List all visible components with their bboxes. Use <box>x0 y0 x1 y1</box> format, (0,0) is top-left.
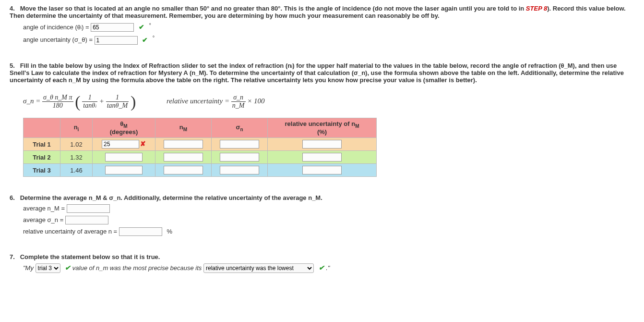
degree-unit: ° <box>153 35 155 40</box>
rel-unc-input[interactable] <box>119 227 162 236</box>
sigman-input[interactable] <box>220 166 259 174</box>
q5-text: Fill in the table below by using the Ind… <box>10 62 624 84</box>
ni-cell: 1.02 <box>60 138 93 151</box>
sigman-cell <box>212 138 268 151</box>
thetam-input[interactable] <box>102 140 139 149</box>
question-7: 7. Complete the statement below so that … <box>10 253 634 273</box>
percent-unit: % <box>167 228 172 235</box>
relunc-cell <box>268 164 377 177</box>
nm-input[interactable] <box>164 166 203 174</box>
formula-row: σ_n = σ_θ n_M π180 ( 1tanθᵢ + 1tanθ_M ) … <box>23 94 634 109</box>
quote-open: "My <box>23 264 34 272</box>
q6-number: 6. <box>10 194 18 201</box>
statement-row: "My trial 3 ✔ value of n_m was the most … <box>23 263 634 273</box>
quote-close: ." <box>326 264 330 272</box>
avg-sn-row: average σ_n = <box>23 216 634 224</box>
trial-select[interactable]: trial 3 <box>36 263 60 273</box>
ni-cell: 1.46 <box>60 164 93 177</box>
q4-text-a: Move the laser so that is located at an … <box>20 5 526 12</box>
nm-cell <box>155 164 212 177</box>
q7-prompt: 7. Complete the statement below so that … <box>10 253 634 260</box>
relunc-cell <box>268 138 377 151</box>
sigman-input[interactable] <box>220 153 259 161</box>
thetam-input[interactable] <box>105 153 143 161</box>
th-sigman: σn <box>212 118 268 138</box>
q5-prompt: 5. Fill in the table below by using the … <box>10 62 634 84</box>
ni-cell: 1.32 <box>60 151 93 164</box>
avg-nm-input[interactable] <box>67 204 110 213</box>
rel-unc-label: relative uncertainty of average n = <box>23 228 117 235</box>
thetam-input[interactable] <box>105 166 143 174</box>
question-4: 4. Move the laser so that is located at … <box>10 5 634 45</box>
rel-unc-formula: relative uncertainty = σ_nn_M × 100 <box>167 94 265 109</box>
uncertainty-row: angle uncertainty (σ_θ) = ✔ ° <box>23 35 634 44</box>
check-icon: ✔ <box>139 23 144 31</box>
table-row: Trial 1 1.02 ✘ <box>24 138 377 151</box>
q7-number: 7. <box>10 253 18 260</box>
table-row: Trial 2 1.32 <box>24 151 377 164</box>
formula2-lhs: relative uncertainty = <box>167 97 229 105</box>
incidence-label: angle of incidence (θᵢ) = <box>23 24 89 31</box>
relunc-input[interactable] <box>302 140 342 149</box>
relunc-cell <box>268 151 377 164</box>
statement-mid: value of n_m was the most precise becaus… <box>72 264 202 272</box>
nm-cell <box>155 151 212 164</box>
question-6: 6. Determine the average n_M & σ_n. Addi… <box>10 194 634 236</box>
q7-text: Complete the statement below so that it … <box>20 253 160 260</box>
degree-unit: ° <box>149 22 151 28</box>
relunc-input[interactable] <box>302 166 342 174</box>
thetam-cell: ✘ <box>93 138 155 151</box>
th-relunc: relative uncertainty of nM(%) <box>268 118 377 138</box>
th-blank <box>24 118 60 138</box>
formula-lhs: σ_n = <box>23 97 40 105</box>
table-row: Trial 3 1.46 <box>24 164 377 177</box>
avg-sn-label: average σ_n = <box>23 216 63 223</box>
cross-icon: ✘ <box>140 140 146 148</box>
relunc-input[interactable] <box>302 153 342 161</box>
uncertainty-input[interactable] <box>95 36 138 45</box>
thetam-cell <box>93 151 155 164</box>
incidence-input[interactable] <box>91 23 134 32</box>
check-icon: ✔ <box>142 36 148 44</box>
uncertainty-label: angle uncertainty (σ_θ) = <box>23 37 93 44</box>
q4-prompt: 4. Move the laser so that is located at … <box>10 5 634 19</box>
table-header-row: ni θM(degrees) nM σn relative uncertaint… <box>24 118 377 138</box>
trial-label: Trial 2 <box>24 151 60 164</box>
q4-number: 4. <box>10 5 18 12</box>
check-icon: ✔ <box>65 264 71 272</box>
trials-table: ni θM(degrees) nM σn relative uncertaint… <box>23 118 377 177</box>
sigman-input[interactable] <box>220 140 259 149</box>
sigma-n-formula: σ_n = σ_θ n_M π180 ( 1tanθᵢ + 1tanθ_M ) <box>23 94 136 109</box>
sigman-cell <box>212 151 268 164</box>
incidence-row: angle of incidence (θᵢ) = ✔ ° <box>23 22 634 32</box>
th-ni: ni <box>60 118 93 138</box>
question-5: 5. Fill in the table below by using the … <box>10 62 634 177</box>
reason-select[interactable]: relative uncertainty was the lowest <box>203 263 314 273</box>
trial-label: Trial 3 <box>24 164 60 177</box>
thetam-cell <box>93 164 155 177</box>
nm-input[interactable] <box>164 153 203 161</box>
q5-number: 5. <box>10 62 18 69</box>
check-icon: ✔ <box>319 264 324 272</box>
avg-nm-label: average n_M = <box>23 205 65 212</box>
th-thetam: θM(degrees) <box>93 118 155 138</box>
avg-nm-row: average n_M = <box>23 204 634 213</box>
avg-sn-input[interactable] <box>65 216 108 224</box>
step8-label: STEP 8 <box>526 5 547 12</box>
nm-input[interactable] <box>164 140 203 149</box>
th-nm: nM <box>155 118 212 138</box>
sigman-cell <box>212 164 268 177</box>
q6-text: Determine the average n_M & σ_n. Additio… <box>20 194 322 201</box>
rel-unc-row: relative uncertainty of average n = % <box>23 227 634 236</box>
trial-label: Trial 1 <box>24 138 60 151</box>
nm-cell <box>155 138 212 151</box>
q6-prompt: 6. Determine the average n_M & σ_n. Addi… <box>10 194 634 201</box>
